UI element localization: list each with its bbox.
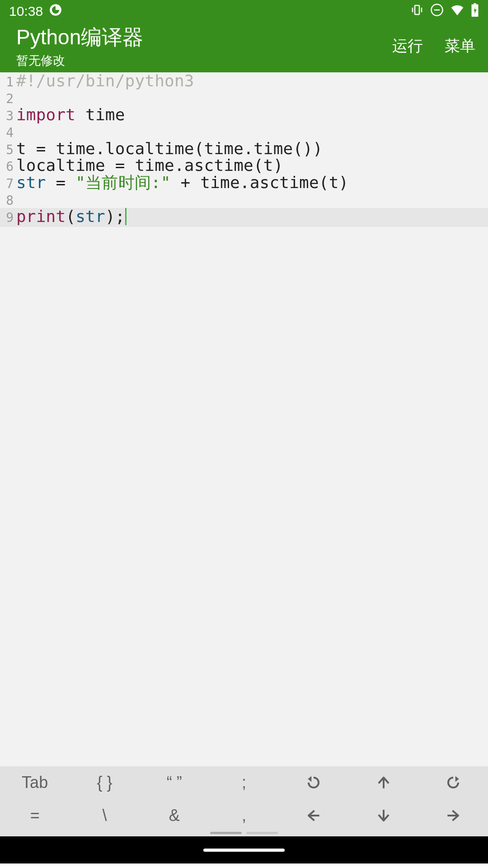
- code-line[interactable]: 8: [0, 191, 488, 208]
- vibrate-icon: [410, 3, 424, 20]
- android-nav-bar[interactable]: [0, 836, 488, 863]
- code-line[interactable]: 3import time: [0, 106, 488, 123]
- toolbar-key-[interactable]: “ ”: [140, 766, 209, 799]
- toolbar-key-[interactable]: =: [0, 799, 70, 832]
- line-number: 1: [0, 72, 14, 89]
- toolbar-arrow-left-icon[interactable]: [279, 799, 348, 832]
- toolbar-undo-icon[interactable]: [279, 766, 348, 799]
- line-number: 2: [0, 89, 14, 106]
- line-number: 4: [0, 123, 14, 140]
- app-title: Python编译器: [16, 24, 143, 52]
- code-line[interactable]: 9print(str);: [0, 208, 488, 227]
- code-content[interactable]: t = time.localtime(time.time()): [14, 140, 323, 157]
- toolbar-arrow-down-icon[interactable]: [348, 799, 418, 832]
- code-content[interactable]: str = "当前时间:" + time.asctime(t): [14, 174, 348, 191]
- toolbar-key-[interactable]: ;: [209, 766, 279, 799]
- dnd-icon: [430, 3, 444, 20]
- line-number: 3: [0, 106, 14, 123]
- svg-rect-8: [474, 3, 476, 5]
- line-number: 7: [0, 174, 14, 191]
- code-content[interactable]: print(str);: [14, 208, 127, 227]
- run-button[interactable]: 运行: [392, 36, 423, 57]
- code-content[interactable]: localtime = time.asctime(t): [14, 157, 283, 174]
- code-line[interactable]: 4: [0, 123, 488, 140]
- toolbar-key-Tab[interactable]: Tab: [0, 766, 70, 799]
- toolbar-key-[interactable]: \: [70, 799, 139, 832]
- toolbar-key-[interactable]: ,: [209, 799, 279, 832]
- code-line[interactable]: 1#!/usr/bin/python3: [0, 72, 488, 89]
- keyboard-toolbar: Tab{ }“ ”; =\&,: [0, 766, 488, 836]
- menu-button[interactable]: 菜单: [445, 36, 475, 57]
- code-content[interactable]: [14, 123, 26, 140]
- code-content[interactable]: #!/usr/bin/python3: [14, 72, 194, 89]
- editor-blank-area[interactable]: [0, 581, 488, 766]
- nav-handle[interactable]: [203, 849, 285, 852]
- code-line[interactable]: 5t = time.localtime(time.time()): [0, 140, 488, 157]
- code-content[interactable]: [14, 191, 26, 208]
- code-line[interactable]: 6localtime = time.asctime(t): [0, 157, 488, 174]
- svg-rect-2: [415, 5, 419, 14]
- app-bar: Python编译器 暂无修改 运行 菜单: [0, 23, 488, 72]
- code-editor[interactable]: 1#!/usr/bin/python32 3import time4 5t = …: [0, 72, 488, 581]
- toolbar-key-[interactable]: &: [140, 799, 209, 832]
- notification-icon: [49, 4, 62, 19]
- status-time: 10:38: [9, 4, 43, 19]
- app-subtitle: 暂无修改: [16, 52, 143, 69]
- code-content[interactable]: [14, 89, 26, 106]
- code-content[interactable]: import time: [14, 106, 125, 123]
- line-number: 9: [0, 208, 14, 227]
- text-cursor: [125, 208, 127, 225]
- line-number: 6: [0, 157, 14, 174]
- line-number: 5: [0, 140, 14, 157]
- line-number: 8: [0, 191, 14, 208]
- battery-icon: [471, 3, 479, 20]
- toolbar-page-indicator: [0, 832, 488, 836]
- toolbar-arrow-up-icon[interactable]: [348, 766, 418, 799]
- code-line[interactable]: 2: [0, 89, 488, 106]
- code-line[interactable]: 7str = "当前时间:" + time.asctime(t): [0, 174, 488, 191]
- toolbar-key-[interactable]: { }: [70, 766, 139, 799]
- wifi-icon: [450, 3, 465, 20]
- toolbar-redo-icon[interactable]: [418, 766, 488, 799]
- toolbar-arrow-right-icon[interactable]: [418, 799, 488, 832]
- status-bar: 10:38: [0, 0, 488, 23]
